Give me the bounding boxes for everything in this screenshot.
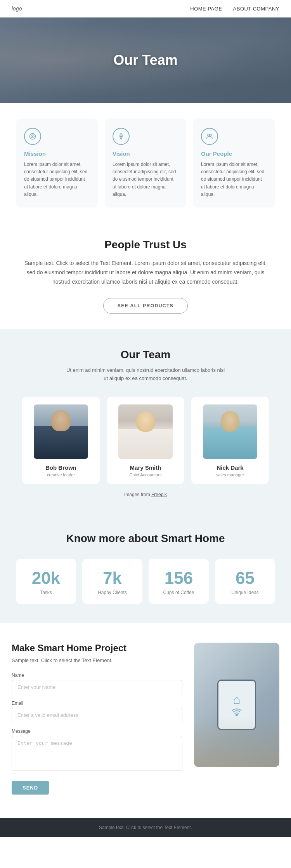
contact-image <box>194 643 279 767</box>
svg-point-3 <box>120 136 121 137</box>
smart-home-visual <box>194 643 279 767</box>
trust-section: People Trust Us Sample text. Click to se… <box>0 219 291 329</box>
mission-text: Lorem ipsum dolor sit amet, consectetur … <box>24 161 90 198</box>
stat-coffee-number: 156 <box>155 570 203 587</box>
email-label: Email <box>12 701 182 706</box>
bob-name: Bob Brown <box>28 464 94 471</box>
email-group: Email <box>12 701 182 722</box>
team-section: Our Team Ut enim ad minim veniam, quis n… <box>0 329 291 513</box>
nick-photo <box>203 404 257 459</box>
logo: logo <box>12 5 22 12</box>
stats-section: Know more about Smart Home 20k Tasks 7k … <box>0 513 291 623</box>
svg-point-5 <box>210 134 211 136</box>
trust-body: Sample text. Click to select the Text El… <box>23 259 268 286</box>
nav-about[interactable]: ABOUT COMPANY <box>233 6 279 12</box>
team-subtitle: Ut enim ad minim veniam, quis nostrud ex… <box>64 366 227 383</box>
cards-section: Mission Lorem ipsum dolor sit amet, cons… <box>0 103 291 219</box>
team-heading: Our Team <box>12 349 279 361</box>
stats-heading: Know more about Smart Home <box>12 532 279 545</box>
nick-role: sales manager <box>197 472 263 477</box>
stat-ideas-number: 65 <box>221 570 269 587</box>
people-text: Lorem ipsum dolor sit amet, consectetur … <box>201 161 267 198</box>
footer: Sample text. Click to select the Text El… <box>0 818 291 837</box>
bob-role: creative leader <box>28 472 94 477</box>
svg-point-2 <box>32 136 33 137</box>
stat-clients: 7k Happy Clients <box>82 559 142 604</box>
nav-home[interactable]: HOME PAGE <box>190 6 222 12</box>
team-card-nick: Nick Dark sales manager <box>191 397 269 484</box>
stat-clients-number: 7k <box>88 570 136 587</box>
nick-name: Nick Dark <box>197 464 263 471</box>
email-input[interactable] <box>12 708 182 722</box>
stat-clients-label: Happy Clients <box>88 590 136 595</box>
tablet-mockup <box>217 680 256 730</box>
navigation: logo HOME PAGE ABOUT COMPANY <box>0 0 291 17</box>
contact-heading: Make Smart Home Project <box>12 643 182 654</box>
stat-tasks-label: Tasks <box>22 590 70 595</box>
hero-title: Our Team <box>113 52 177 68</box>
stat-coffee-label: Cups of Coffee <box>155 590 203 595</box>
bob-photo <box>34 404 88 459</box>
nav-links: HOME PAGE ABOUT COMPANY <box>190 6 279 12</box>
contact-section: Make Smart Home Project Sample text. Cli… <box>0 623 291 818</box>
trust-heading: People Trust Us <box>23 239 268 251</box>
rocket-icon <box>113 128 130 145</box>
target-icon <box>24 128 41 145</box>
freepik-link[interactable]: Freepik <box>151 492 167 497</box>
mary-name: Mary Smith <box>113 464 178 471</box>
footer-text: Sample text. Click to select the Text El… <box>12 825 279 830</box>
stat-coffee: 156 Cups of Coffee <box>149 559 209 604</box>
send-button[interactable]: SEND <box>12 781 49 795</box>
team-card-mary: Mary Smith Chief Accountant <box>107 397 184 484</box>
name-label: Name <box>12 673 182 678</box>
stat-ideas-label: Unique Ideas <box>221 590 269 595</box>
card-mission: Mission Lorem ipsum dolor sit amet, cons… <box>16 119 98 207</box>
contact-form: Name Email Message SEND <box>12 673 182 795</box>
freepik-note: Images from Freepik <box>12 492 279 497</box>
card-vision: Vision Lorem ipsum dolor sit amet, conse… <box>105 119 186 207</box>
message-group: Message <box>12 729 182 772</box>
stat-ideas: 65 Unique Ideas <box>215 559 275 604</box>
see-all-button[interactable]: SEE ALL PRODUCTS <box>103 298 188 314</box>
card-people: Our People Lorem ipsum dolor sit amet, c… <box>193 119 275 207</box>
contact-subtitle: Sample text. Click to select the Text El… <box>12 657 182 663</box>
stat-tasks-number: 20k <box>22 570 70 587</box>
vision-text: Lorem ipsum dolor sit amet, consectetur … <box>113 161 178 198</box>
mary-photo <box>118 404 173 459</box>
svg-point-6 <box>236 714 237 716</box>
vision-title: Vision <box>113 150 178 157</box>
people-title: Our People <box>201 150 267 157</box>
name-input[interactable] <box>12 680 182 694</box>
contact-form-area: Make Smart Home Project Sample text. Cli… <box>12 643 182 795</box>
message-input[interactable] <box>12 736 182 771</box>
message-label: Message <box>12 729 182 734</box>
mission-title: Mission <box>24 150 90 157</box>
people-icon <box>201 128 218 145</box>
stat-tasks: 20k Tasks <box>16 559 76 604</box>
name-group: Name <box>12 673 182 694</box>
wifi-icon <box>231 708 242 717</box>
team-cards: Bob Brown creative leader Mary Smith Chi… <box>12 397 279 484</box>
team-card-bob: Bob Brown creative leader <box>22 397 100 484</box>
hero-section: Our Team <box>0 17 291 103</box>
mary-role: Chief Accountant <box>113 472 178 477</box>
stats-grid: 20k Tasks 7k Happy Clients 156 Cups of C… <box>12 559 279 604</box>
